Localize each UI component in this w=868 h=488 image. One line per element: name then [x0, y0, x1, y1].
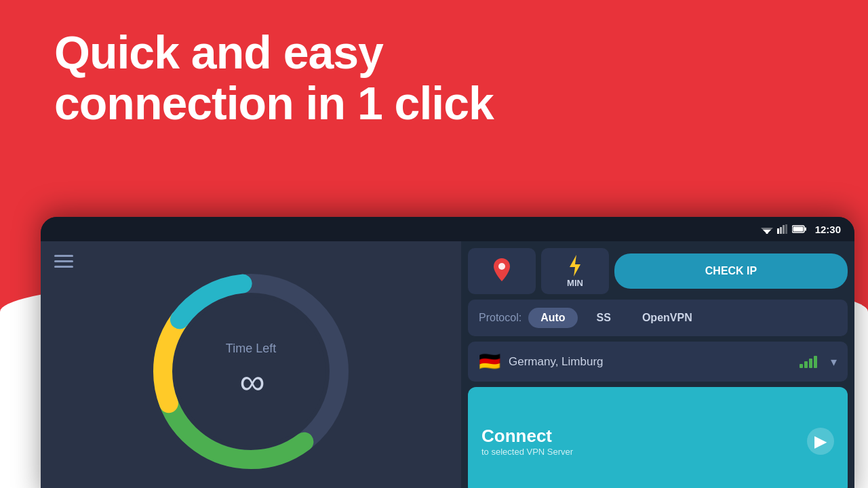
protocol-row: Protocol: Auto SS OpenVPN [468, 300, 848, 336]
status-time: 12:30 [815, 224, 841, 235]
connect-arrow-icon: ▶ [807, 428, 834, 455]
lightning-icon [567, 255, 583, 277]
connect-button[interactable]: Connect to selected VPN Server ▶ [468, 387, 848, 488]
server-name: Germany, Limburg [509, 355, 791, 369]
chevron-down-icon: ▾ [831, 354, 837, 369]
headline-line2: connection in 1 click [54, 77, 494, 129]
svg-rect-8 [793, 227, 803, 232]
signal-icon [777, 224, 788, 234]
hamburger-line3 [54, 266, 73, 268]
server-flag: 🇩🇪 [479, 351, 500, 372]
server-row[interactable]: 🇩🇪 Germany, Limburg ▾ [468, 342, 848, 382]
device-mockup: 12:30 [41, 217, 854, 488]
svg-rect-4 [780, 227, 782, 234]
protocol-label: Protocol: [479, 312, 521, 324]
svg-rect-3 [777, 228, 779, 234]
connect-text-group: Connect to selected VPN Server [481, 426, 573, 457]
hamburger-line1 [54, 255, 73, 257]
battery-icon [792, 225, 807, 233]
hamburger-line2 [54, 260, 73, 262]
time-left-label: Time Left [226, 342, 276, 356]
min-label: MIN [567, 278, 583, 288]
svg-rect-6 [785, 224, 787, 234]
protocol-ss[interactable]: SS [585, 308, 623, 328]
check-ip-label: CHECK IP [705, 265, 757, 277]
left-panel: Time Left ∞ [41, 241, 461, 488]
hamburger-menu[interactable] [54, 255, 73, 268]
svg-point-15 [498, 263, 505, 270]
location-button[interactable] [468, 248, 536, 294]
top-buttons-row: MIN CHECK IP [468, 248, 848, 294]
signal-bar-1 [800, 364, 803, 368]
headline-line1: Quick and easy [54, 26, 383, 78]
protocol-openvpn[interactable]: OpenVPN [630, 308, 705, 328]
device-content: Time Left ∞ [41, 241, 854, 488]
svg-marker-16 [570, 255, 580, 277]
signal-bar-4 [814, 356, 817, 368]
connect-sub-label: to selected VPN Server [481, 447, 573, 457]
location-pin-icon [491, 258, 513, 284]
status-bar: 12:30 [41, 217, 854, 241]
lightning-button[interactable]: MIN [541, 248, 609, 294]
connect-main-label: Connect [481, 426, 573, 447]
infinity-symbol: ∞ [239, 362, 262, 401]
svg-rect-9 [804, 228, 806, 231]
signal-bar-3 [809, 359, 812, 368]
donut-chart: Time Left ∞ [142, 263, 359, 480]
right-panel: MIN CHECK IP Protocol: Auto SS OpenVPN 🇩… [461, 241, 854, 488]
wifi-icon [761, 224, 773, 234]
signal-bar-2 [804, 361, 808, 368]
headline: Quick and easy connection in 1 click [54, 27, 494, 129]
signal-strength-icon [800, 356, 817, 368]
status-icons: 12:30 [761, 224, 841, 235]
svg-rect-5 [783, 225, 785, 234]
check-ip-button[interactable]: CHECK IP [614, 253, 848, 289]
protocol-auto[interactable]: Auto [528, 308, 577, 328]
donut-center: Time Left ∞ [226, 342, 276, 402]
